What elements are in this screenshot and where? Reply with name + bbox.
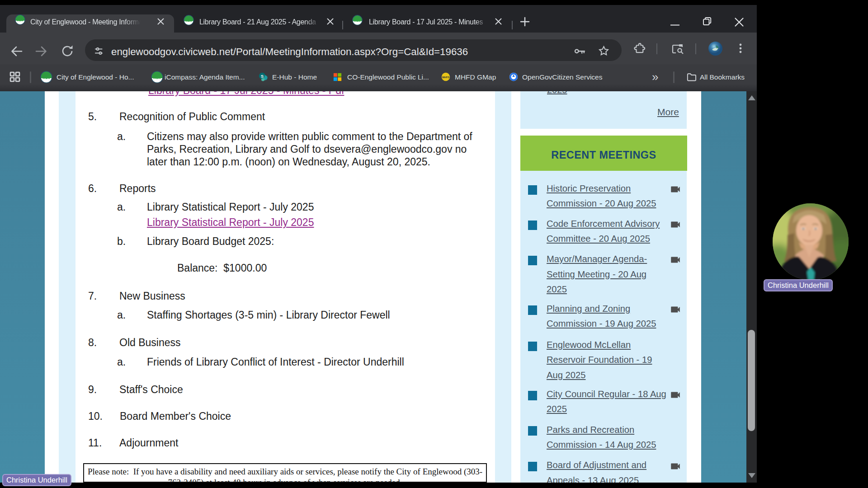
svg-text:MHFD: MHFD [442,76,449,79]
svg-text:S: S [261,74,264,79]
